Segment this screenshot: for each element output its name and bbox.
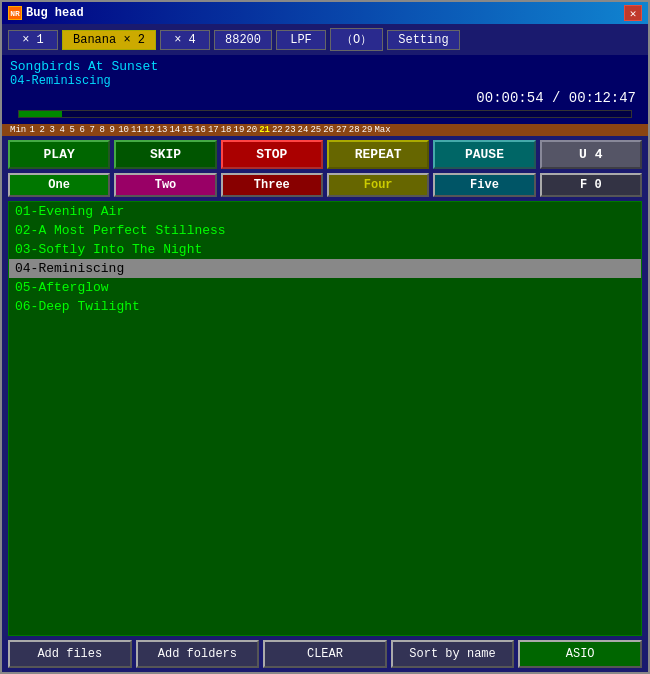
- playlist-item-2[interactable]: 03-Softly Into The Night: [9, 240, 641, 259]
- time-display: 00:00:54 / 00:12:47: [10, 90, 640, 106]
- label-btn-three[interactable]: Three: [221, 173, 323, 197]
- toolbar: × 1Banana × 2× 488200LPF（O）Setting: [2, 24, 648, 55]
- ctrl-btn-skip[interactable]: SKIP: [114, 140, 216, 169]
- label-btn-four[interactable]: Four: [327, 173, 429, 197]
- progress-fill: [19, 111, 62, 117]
- bottom-btn-add-files[interactable]: Add files: [8, 640, 132, 668]
- ruler-label-26: 26: [323, 125, 334, 135]
- ruler-label-1: 1: [28, 125, 36, 135]
- ruler-label-7: 7: [88, 125, 96, 135]
- title-bar: NR Bug head ✕: [2, 2, 648, 24]
- ruler-label-15: 15: [182, 125, 193, 135]
- ruler-label-30: Max: [374, 125, 390, 135]
- ruler-label-29: 29: [362, 125, 373, 135]
- playlist[interactable]: 01-Evening Air02-A Most Perfect Stillnes…: [8, 201, 642, 636]
- toolbar-btn-2[interactable]: × 4: [160, 30, 210, 50]
- bottom-btn-asio[interactable]: ASIO: [518, 640, 642, 668]
- ruler-label-25: 25: [310, 125, 321, 135]
- toolbar-btn-1[interactable]: Banana × 2: [62, 30, 156, 50]
- time-total: 00:12:47: [569, 90, 636, 106]
- ruler-label-28: 28: [349, 125, 360, 135]
- app-icon: NR: [8, 6, 22, 20]
- bottom-btn-clear[interactable]: CLEAR: [263, 640, 387, 668]
- bottom-btn-sort-by-name[interactable]: Sort by name: [391, 640, 515, 668]
- playlist-item-1[interactable]: 02-A Most Perfect Stillness: [9, 221, 641, 240]
- ctrl-btn-repeat[interactable]: REPEAT: [327, 140, 429, 169]
- ruler-label-5: 5: [68, 125, 76, 135]
- toolbar-btn-3[interactable]: 88200: [214, 30, 272, 50]
- close-button[interactable]: ✕: [624, 5, 642, 21]
- playlist-item-0[interactable]: 01-Evening Air: [9, 202, 641, 221]
- ruler-label-19: 19: [234, 125, 245, 135]
- label-btn-two[interactable]: Two: [114, 173, 216, 197]
- ruler-label-27: 27: [336, 125, 347, 135]
- ruler-label-21: 21: [259, 125, 270, 135]
- bottom-bar: Add filesAdd foldersCLEARSort by nameASI…: [2, 636, 648, 672]
- playlist-item-3[interactable]: 04-Reminiscing: [9, 259, 641, 278]
- ruler-label-14: 14: [169, 125, 180, 135]
- ruler-label-2: 2: [38, 125, 46, 135]
- ruler-label-6: 6: [78, 125, 86, 135]
- label-btn-five[interactable]: Five: [433, 173, 535, 197]
- ctrl-btn-play[interactable]: PLAY: [8, 140, 110, 169]
- progress-bar[interactable]: [18, 110, 632, 118]
- time-separator: /: [544, 90, 569, 106]
- toolbar-btn-6[interactable]: Setting: [387, 30, 459, 50]
- ruler-label-24: 24: [298, 125, 309, 135]
- ctrl-btn-u-4[interactable]: U 4: [540, 140, 642, 169]
- label-btn-one[interactable]: One: [8, 173, 110, 197]
- toolbar-btn-5[interactable]: （O）: [330, 28, 383, 51]
- ruler-label-8: 8: [98, 125, 106, 135]
- window-title: Bug head: [26, 6, 84, 20]
- ruler: Min1234567891011121314151617181920212223…: [2, 124, 648, 136]
- ruler-label-12: 12: [144, 125, 155, 135]
- track-subtitle: 04-Reminiscing: [10, 74, 640, 88]
- info-panel: Songbirds At Sunset 04-Reminiscing 00:00…: [2, 55, 648, 124]
- track-title: Songbirds At Sunset: [10, 59, 640, 74]
- toolbar-btn-4[interactable]: LPF: [276, 30, 326, 50]
- ctrl-btn-stop[interactable]: STOP: [221, 140, 323, 169]
- time-current: 00:00:54: [476, 90, 543, 106]
- ruler-label-4: 4: [58, 125, 66, 135]
- controls-row: PLAYSKIPSTOPREPEATPAUSEU 4: [2, 136, 648, 173]
- main-window: NR Bug head ✕ × 1Banana × 2× 488200LPF（O…: [0, 0, 650, 674]
- toolbar-btn-0[interactable]: × 1: [8, 30, 58, 50]
- labels-row: OneTwoThreeFourFiveF 0: [2, 173, 648, 201]
- bottom-btn-add-folders[interactable]: Add folders: [136, 640, 260, 668]
- ruler-label-22: 22: [272, 125, 283, 135]
- label-btn-f-0[interactable]: F 0: [540, 173, 642, 197]
- ruler-label-9: 9: [108, 125, 116, 135]
- ruler-label-10: 10: [118, 125, 129, 135]
- ruler-label-23: 23: [285, 125, 296, 135]
- ruler-label-3: 3: [48, 125, 56, 135]
- playlist-item-4[interactable]: 05-Afterglow: [9, 278, 641, 297]
- ruler-label-16: 16: [195, 125, 206, 135]
- ctrl-btn-pause[interactable]: PAUSE: [433, 140, 535, 169]
- ruler-label-13: 13: [157, 125, 168, 135]
- ruler-label-17: 17: [208, 125, 219, 135]
- ruler-label-0: Min: [10, 125, 26, 135]
- playlist-item-5[interactable]: 06-Deep Twilight: [9, 297, 641, 316]
- ruler-label-20: 20: [246, 125, 257, 135]
- ruler-label-11: 11: [131, 125, 142, 135]
- ruler-label-18: 18: [221, 125, 232, 135]
